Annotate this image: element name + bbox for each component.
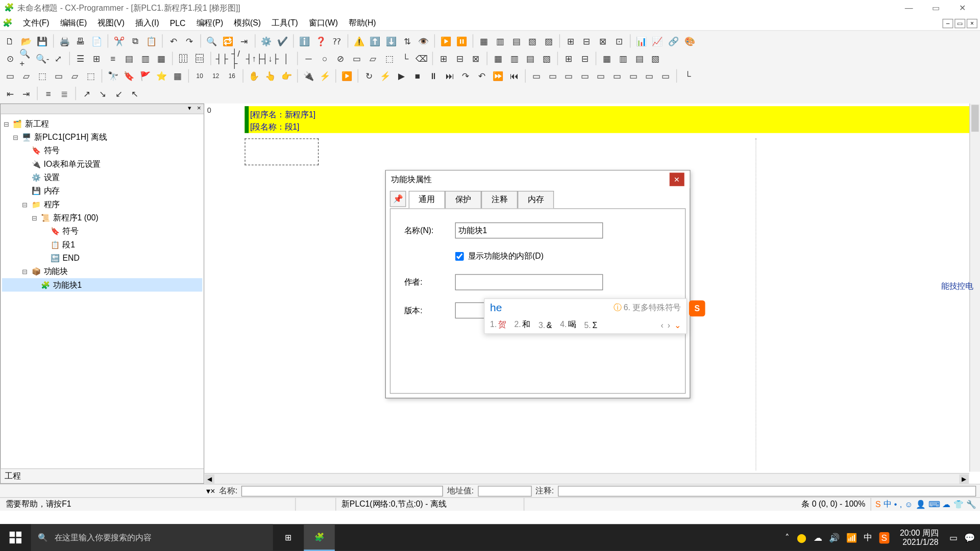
tree-plc[interactable]: 新PLC1[CP1H] 离线 bbox=[34, 131, 107, 142]
tree-programs[interactable]: 程序 bbox=[44, 198, 60, 210]
tray-keyboard-icon[interactable]: ⌨ bbox=[928, 499, 940, 509]
paste-icon[interactable]: 📋 bbox=[144, 34, 159, 48]
ladder-tool9-icon[interactable]: ⊟ bbox=[577, 51, 592, 66]
name-input[interactable] bbox=[455, 222, 603, 239]
text16-icon[interactable]: 16 bbox=[225, 68, 239, 83]
ime-cand-1[interactable]: 1.贺 bbox=[490, 319, 506, 331]
view2-icon[interactable]: ⊞ bbox=[89, 51, 104, 66]
sim1-icon[interactable]: ▭ bbox=[3, 68, 17, 83]
tab-protect[interactable]: 保护 bbox=[445, 191, 481, 208]
arrow3-icon[interactable]: ↙ bbox=[112, 86, 127, 101]
show-internal-checkbox[interactable]: 显示功能块的内部(D) bbox=[455, 251, 544, 262]
tool-c-icon[interactable]: ▤ bbox=[509, 34, 524, 48]
mdi-restore[interactable]: ▭ bbox=[954, 18, 965, 28]
zoom-out-icon[interactable]: 🔍- bbox=[35, 51, 50, 66]
tree-io[interactable]: IO表和单元设置 bbox=[44, 158, 101, 169]
ime-cand-5[interactable]: 5.Σ bbox=[584, 320, 598, 330]
tray-cloud-icon[interactable]: ☁ bbox=[942, 499, 950, 509]
ime-candidate-bar[interactable]: S he ⓘ6. 更多特殊符号 1.贺 2.和 3.& 4.喝 5.Σ ‹ › … bbox=[484, 298, 687, 334]
view3-icon[interactable]: ≡ bbox=[106, 51, 120, 66]
online-icon[interactable]: ⚠️ bbox=[352, 34, 366, 48]
dbg-ff-icon[interactable]: ⏩ bbox=[491, 68, 505, 83]
ladder-cell[interactable] bbox=[244, 138, 318, 165]
dbg-step-icon[interactable]: ⏭ bbox=[443, 68, 457, 83]
arrow4-icon[interactable]: ↖ bbox=[128, 86, 142, 101]
view8-icon[interactable]: ⿳ bbox=[192, 51, 207, 66]
disconnect-icon[interactable]: ⚡ bbox=[317, 68, 332, 83]
sidebar-tab-project[interactable]: 工程 bbox=[1, 468, 204, 483]
dbg1-icon[interactable]: ↻ bbox=[362, 68, 377, 83]
tray-wrench-icon[interactable]: 🔧 bbox=[966, 499, 976, 509]
text12-icon[interactable]: 12 bbox=[208, 68, 223, 83]
goto-icon[interactable]: ⇥ bbox=[237, 34, 252, 48]
tool-i-icon[interactable]: ⊡ bbox=[611, 34, 626, 48]
compare-icon[interactable]: ⇅ bbox=[400, 34, 415, 48]
tray-shield-icon[interactable]: ⬤ bbox=[797, 533, 807, 543]
tray-dot2-icon[interactable]: , bbox=[900, 499, 902, 509]
win4-icon[interactable]: ▭ bbox=[577, 68, 592, 83]
ime-cand-4[interactable]: 4.喝 bbox=[560, 319, 576, 331]
tree-fb[interactable]: 功能块 bbox=[44, 266, 68, 277]
coil-icon[interactable]: ○ bbox=[317, 51, 332, 66]
tool-d-icon[interactable]: ▧ bbox=[525, 34, 540, 48]
pause-icon[interactable]: ⏸️ bbox=[454, 34, 469, 48]
win5-icon[interactable]: ▭ bbox=[594, 68, 608, 83]
win8-icon[interactable]: ▭ bbox=[642, 68, 657, 83]
bookmark-icon[interactable]: 🔖 bbox=[121, 68, 136, 83]
monitor-icon[interactable]: 👁️ bbox=[416, 34, 431, 48]
tray-up-icon[interactable]: ˄ bbox=[785, 533, 790, 543]
tray-smile-icon[interactable]: ☺ bbox=[904, 499, 913, 509]
sim2-icon[interactable]: ▱ bbox=[19, 68, 34, 83]
compile-icon[interactable]: ⚙️ bbox=[259, 34, 274, 48]
sim3-icon[interactable]: ⬚ bbox=[35, 68, 50, 83]
tray-sogou-icon[interactable]: S bbox=[879, 532, 889, 543]
tray-figure-icon[interactable]: 👤 bbox=[916, 499, 926, 509]
vert-line-icon[interactable]: │ bbox=[279, 51, 294, 66]
info-comment-field[interactable] bbox=[558, 486, 976, 496]
cut-icon[interactable]: ✂️ bbox=[112, 34, 127, 48]
ladder-tool3-icon[interactable]: ⊠ bbox=[469, 51, 483, 66]
info-pin-icon[interactable]: ▾ bbox=[206, 486, 210, 495]
mdi-close[interactable]: × bbox=[967, 18, 977, 28]
dialog-close-button[interactable]: ✕ bbox=[670, 172, 684, 186]
flag-icon[interactable]: 🚩 bbox=[138, 68, 153, 83]
zoom-fit-icon[interactable]: ⤢ bbox=[51, 51, 66, 66]
tree-fb1[interactable]: 功能块1 bbox=[53, 279, 82, 290]
ladder-tool7-icon[interactable]: ▧ bbox=[539, 51, 554, 66]
show-internal-input[interactable] bbox=[455, 252, 464, 261]
open-icon[interactable]: 📂 bbox=[19, 34, 34, 48]
dialog-pin-icon[interactable]: 📌 bbox=[390, 191, 406, 207]
tab-general[interactable]: 通用 bbox=[409, 191, 445, 208]
menu-edit[interactable]: 编辑(E) bbox=[55, 16, 92, 31]
info-addr-field[interactable] bbox=[478, 486, 531, 496]
win3-icon[interactable]: ▭ bbox=[561, 68, 576, 83]
info-name-field[interactable] bbox=[241, 486, 443, 496]
ime-prev-icon[interactable]: ‹ bbox=[661, 320, 664, 330]
tree-settings[interactable]: 设置 bbox=[44, 171, 60, 183]
grid-icon[interactable]: ▦ bbox=[170, 68, 185, 83]
close-button[interactable]: ✕ bbox=[949, 2, 976, 15]
tree-symbols[interactable]: 符号 bbox=[44, 145, 60, 156]
dbg-pause-icon[interactable]: ⏸ bbox=[426, 68, 441, 83]
sidebar-pin-icon[interactable]: ▾ bbox=[185, 104, 194, 113]
view4-icon[interactable]: ▤ bbox=[121, 51, 136, 66]
view6-icon[interactable]: ▦ bbox=[154, 51, 169, 66]
ime-more[interactable]: ⓘ6. 更多特殊符号 bbox=[614, 302, 681, 313]
view1-icon[interactable]: ☰ bbox=[74, 51, 88, 66]
start-button[interactable] bbox=[0, 524, 31, 551]
dbg-stop-icon[interactable]: ■ bbox=[410, 68, 425, 83]
menu-view[interactable]: 视图(V) bbox=[92, 16, 130, 31]
tray-notif2-icon[interactable]: 💬 bbox=[964, 533, 975, 543]
sim-start-icon[interactable]: ▶️ bbox=[339, 68, 354, 83]
tray-shirt-icon[interactable]: 👕 bbox=[953, 499, 964, 509]
task-view-icon[interactable]: ⊞ bbox=[273, 524, 304, 551]
sim4-icon[interactable]: ▭ bbox=[51, 68, 66, 83]
save-icon[interactable]: 💾 bbox=[35, 34, 50, 48]
taskbar-app-icon[interactable]: 🧩 bbox=[304, 524, 335, 551]
arrow2-icon[interactable]: ↘ bbox=[95, 86, 110, 101]
check-icon[interactable]: ✔️ bbox=[275, 34, 290, 48]
tray-lang-icon[interactable]: 中 bbox=[884, 498, 892, 510]
ladder-tool8-icon[interactable]: ⊞ bbox=[561, 51, 576, 66]
transfer-from-plc-icon[interactable]: ⬇️ bbox=[384, 34, 399, 48]
func3-icon[interactable]: ⬚ bbox=[382, 51, 397, 66]
